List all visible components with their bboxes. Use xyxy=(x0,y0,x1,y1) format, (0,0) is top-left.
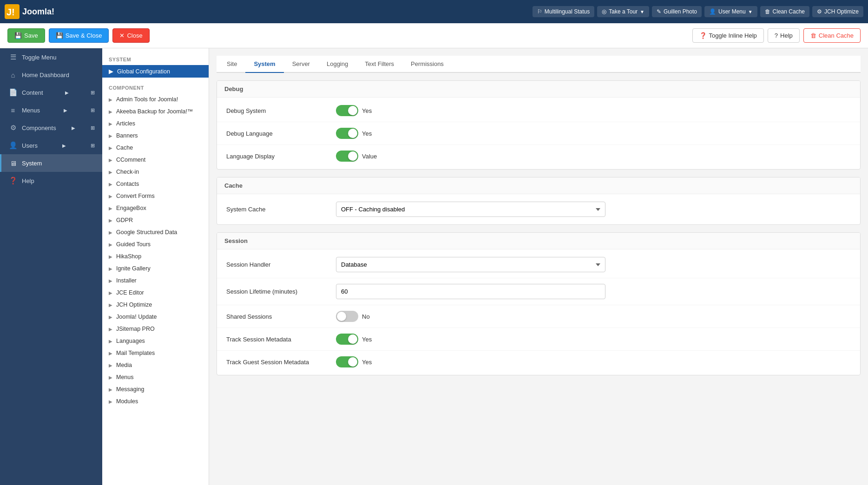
sidebar-item-components[interactable]: ⚙ Components ▶ ⊞ xyxy=(0,119,102,137)
clean-cache-top-button[interactable]: 🗑 Clean Cache xyxy=(760,6,809,17)
save-button[interactable]: 💾 Save xyxy=(7,28,45,43)
global-config-item[interactable]: ▶ Global Configuration xyxy=(102,65,209,78)
components-grid-icon: ⊞ xyxy=(91,125,95,131)
comp-item-jsitemap[interactable]: ▶ JSitemap PRO xyxy=(102,323,209,335)
comp-item-jce-editor[interactable]: ▶ JCE Editor xyxy=(102,287,209,299)
tab-site[interactable]: Site xyxy=(218,56,245,73)
sidebar-item-users[interactable]: 👤 Users ▶ ⊞ xyxy=(0,137,102,154)
comp-item-contacts[interactable]: ▶ Contacts xyxy=(102,178,209,190)
debug-language-toggle[interactable] xyxy=(336,128,358,139)
jch-optimize-label: JCH Optimize xyxy=(824,8,859,15)
tab-permissions[interactable]: Permissions xyxy=(402,56,452,73)
chevron-icon: ▶ xyxy=(109,230,112,235)
menus-grid-icon: ⊞ xyxy=(91,107,95,113)
comp-item-mail-templates[interactable]: ▶ Mail Templates xyxy=(102,347,209,359)
trash-icon: 🗑 xyxy=(765,8,770,15)
close-icon: ✕ xyxy=(119,32,125,39)
comp-item-cache[interactable]: ▶ Cache xyxy=(102,142,209,154)
comp-label: Joomla! Update xyxy=(116,314,157,320)
language-display-toggle[interactable] xyxy=(336,151,358,162)
sidebar-item-toggle-menu[interactable]: ☰ Toggle Menu xyxy=(0,48,102,66)
tab-text-filters[interactable]: Text Filters xyxy=(356,56,402,73)
guillen-photo-button[interactable]: ✎ Guillen Photo xyxy=(652,6,702,17)
comp-label: JSitemap PRO xyxy=(116,326,155,332)
tab-system[interactable]: System xyxy=(245,56,283,73)
comp-item-menus[interactable]: ▶ Menus xyxy=(102,371,209,383)
debug-system-toggle[interactable] xyxy=(336,105,358,116)
comp-item-ccomment[interactable]: ▶ CComment xyxy=(102,154,209,166)
users-label: Users xyxy=(22,142,38,149)
sidebar: ☰ Toggle Menu ⌂ Home Dashboard 📄 Content… xyxy=(0,48,102,485)
comp-item-engagebox[interactable]: ▶ EngageBox xyxy=(102,202,209,214)
comp-item-akeeba[interactable]: ▶ Akeeba Backup for Joomla!™ xyxy=(102,105,209,118)
comp-item-joomla-update[interactable]: ▶ Joomla! Update xyxy=(102,311,209,323)
cache-section-title: Cache xyxy=(217,177,860,194)
comp-item-gdpr[interactable]: ▶ GDPR xyxy=(102,214,209,226)
comp-item-messaging[interactable]: ▶ Messaging xyxy=(102,383,209,395)
comp-item-guided-tours[interactable]: ▶ Guided Tours xyxy=(102,238,209,250)
chevron-icon: ▶ xyxy=(109,194,112,199)
take-tour-button[interactable]: ◎ Take a Tour ▼ xyxy=(597,6,649,17)
hamburger-icon: ☰ xyxy=(9,53,17,61)
menus-arrow-icon: ▶ xyxy=(64,108,67,113)
track-guest-session-metadata-toggle-wrap: Yes xyxy=(336,356,372,367)
help-button[interactable]: ? Help xyxy=(768,28,800,43)
tab-server[interactable]: Server xyxy=(284,56,318,73)
chevron-icon: ▶ xyxy=(109,242,112,247)
content-icon: 📄 xyxy=(9,88,17,97)
comp-item-google-structured[interactable]: ▶ Google Structured Data xyxy=(102,226,209,238)
close-button[interactable]: ✕ Close xyxy=(112,28,149,43)
save-close-button[interactable]: 💾 Save & Close xyxy=(49,28,109,43)
shared-sessions-toggle-knob xyxy=(337,312,346,321)
comp-item-admin-tools[interactable]: ▶ Admin Tools for Joomla! xyxy=(102,93,209,105)
sidebar-item-help[interactable]: ❓ Help xyxy=(0,172,102,190)
sidebar-item-home-dashboard[interactable]: ⌂ Home Dashboard xyxy=(0,66,102,84)
track-session-metadata-toggle[interactable] xyxy=(336,334,358,345)
jch-optimize-button[interactable]: ⚙ JCH Optimize xyxy=(812,6,863,17)
comp-item-jch-optimize[interactable]: ▶ JCH Optimize xyxy=(102,299,209,311)
comp-item-modules[interactable]: ▶ Modules xyxy=(102,395,209,407)
chevron-icon: ▶ xyxy=(109,278,112,283)
clean-cache-action-button[interactable]: 🗑 Clean Cache xyxy=(803,28,861,43)
user-menu-label: User Menu xyxy=(718,8,746,15)
debug-section-body: Debug System Yes Debug Language xyxy=(217,98,860,169)
track-guest-session-metadata-label: Track Guest Session Metadata xyxy=(226,359,329,366)
debug-language-control: Yes xyxy=(336,128,851,139)
toggle-inline-help-button[interactable]: ❓ Toggle Inline Help xyxy=(692,28,764,43)
system-cache-select[interactable]: OFF - Caching disabled ON - Conservative… xyxy=(336,202,605,217)
track-guest-session-metadata-toggle[interactable] xyxy=(336,356,358,367)
comp-item-checkin[interactable]: ▶ Check-in xyxy=(102,166,209,178)
debug-system-field-row: Debug System Yes xyxy=(217,99,860,122)
comp-item-media[interactable]: ▶ Media xyxy=(102,359,209,371)
track-session-metadata-control: Yes xyxy=(336,334,851,345)
comp-item-banners[interactable]: ▶ Banners xyxy=(102,130,209,142)
question-icon: ? xyxy=(775,32,778,39)
debug-section-title: Debug xyxy=(217,81,860,98)
comp-label: CComment xyxy=(116,157,145,163)
config-tabs: Site System Server Logging Text Filters … xyxy=(217,56,861,73)
comp-item-articles[interactable]: ▶ Articles xyxy=(102,118,209,130)
sidebar-item-menus[interactable]: ≡ Menus ▶ ⊞ xyxy=(0,101,102,119)
shared-sessions-toggle[interactable] xyxy=(336,311,358,322)
comp-item-languages[interactable]: ▶ Languages xyxy=(102,335,209,347)
comp-item-installer[interactable]: ▶ Installer xyxy=(102,275,209,287)
tab-logging[interactable]: Logging xyxy=(318,56,356,73)
actionbar-right: ❓ Toggle Inline Help ? Help 🗑 Clean Cach… xyxy=(692,28,861,43)
session-lifetime-input[interactable] xyxy=(336,284,605,299)
session-handler-select[interactable]: Database Filesystem APCu Memcached Redis xyxy=(336,257,605,272)
caret-down-icon: ▼ xyxy=(640,9,644,14)
sidebar-item-system[interactable]: 🖥 System xyxy=(0,154,102,172)
comp-label: Messaging xyxy=(116,386,144,393)
chevron-icon: ▶ xyxy=(109,315,112,320)
chevron-icon: ▶ xyxy=(109,399,112,404)
multilingual-status-button[interactable]: ⚐ Multilingual Status xyxy=(533,6,594,17)
comp-item-hikashop[interactable]: ▶ HikaShop xyxy=(102,250,209,262)
sidebar-item-content[interactable]: 📄 Content ▶ ⊞ xyxy=(0,84,102,101)
save-close-icon: 💾 xyxy=(56,32,63,39)
comp-item-convert-forms[interactable]: ▶ Convert Forms xyxy=(102,190,209,202)
comp-item-ignite-gallery[interactable]: ▶ Ignite Gallery xyxy=(102,262,209,275)
user-menu-button[interactable]: 👤 User Menu ▼ xyxy=(704,6,757,17)
language-display-value-label: Value xyxy=(362,153,377,160)
chevron-icon: ▶ xyxy=(109,182,112,187)
multilingual-status-label: Multilingual Status xyxy=(545,8,590,15)
